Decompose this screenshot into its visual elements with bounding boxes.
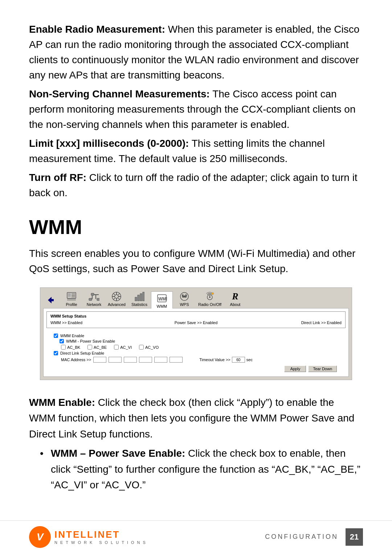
mac-field-1[interactable] <box>93 357 106 363</box>
tab-radio[interactable]: Radio On/Off <box>196 290 224 308</box>
statistics-icon <box>134 291 145 302</box>
ac-options-row: AC_BK AC_BE AC_VI AC_VO <box>61 345 338 350</box>
tab-statistics[interactable]: Statistics <box>128 290 150 308</box>
wmm-status-group: WMM Setup Status WMM >> Enabled Power Sa… <box>46 311 346 328</box>
wmm-enable-label: WMM Enable <box>60 334 84 338</box>
timeout-label: Timeout Value >> <box>199 358 230 362</box>
logo-v-letter: V <box>37 531 44 543</box>
svg-rect-13 <box>89 298 92 300</box>
svg-point-33 <box>183 295 185 298</box>
ac-vo-item: AC_VO <box>139 345 159 350</box>
options-section: WMM Enable WMM - Power Save Enable AC_BK… <box>46 331 346 374</box>
network-icon <box>88 291 100 302</box>
wmm-description: This screen enables you to configure WMM… <box>29 246 363 276</box>
svg-rect-3 <box>68 293 71 297</box>
term-non-serving: Non-Serving Channel Measurements: <box>29 88 210 100</box>
footer-logo: V INTELLINET NETWORK SOLUTIONS <box>29 526 148 548</box>
svg-rect-29 <box>143 292 144 301</box>
wmm-enable-row: WMM Enable <box>54 334 338 338</box>
apply-button[interactable]: Apply <box>284 366 306 372</box>
page-number: 21 <box>346 528 363 546</box>
wmm-enable-section: WMM Enable: Click the check box (then cl… <box>29 395 363 442</box>
svg-line-24 <box>118 293 120 295</box>
wmm-enable-heading: WMM Enable: <box>29 397 95 408</box>
mac-field-6[interactable] <box>170 357 183 363</box>
tab-wps[interactable]: WPS <box>173 290 195 308</box>
direct-link-checkbox[interactable] <box>54 351 58 355</box>
status-group-title: WMM Setup Status <box>50 314 342 318</box>
svg-line-25 <box>113 298 115 300</box>
tear-down-button[interactable]: Tear Down <box>308 366 337 372</box>
back-button[interactable] <box>44 294 57 307</box>
toolbar: Profile Network <box>40 288 352 308</box>
advanced-label: Advanced <box>108 302 126 307</box>
wmm-heading: WMM <box>29 215 363 239</box>
ac-bk-label: AC_BK <box>67 345 80 350</box>
bullet-power-save: WMM – Power Save Enable: Click the check… <box>51 445 363 493</box>
svg-rect-28 <box>140 294 142 301</box>
tab-wmm[interactable]: WMM WMM <box>151 291 173 308</box>
term-enable-radio: Enable Radio Measurement: <box>29 24 165 35</box>
mac-field-5[interactable] <box>154 357 167 363</box>
term-turn-off: Turn off RF: <box>29 172 86 183</box>
wmm-power-save-label: WMM - Power Save Enable <box>66 339 115 343</box>
mac-address-row: MAC Address >> Timeout Value >> sec <box>61 357 338 363</box>
status-row: WMM >> Enabled Power Save >> Enabled Dir… <box>50 320 342 326</box>
svg-line-22 <box>113 293 115 295</box>
profile-label: Profile <box>66 302 77 307</box>
wmm-icon: WMM <box>156 293 168 303</box>
svg-rect-1 <box>51 299 54 301</box>
radio-label: Radio On/Off <box>198 302 221 307</box>
mac-field-4[interactable] <box>139 357 152 363</box>
statistics-label: Statistics <box>131 302 147 307</box>
svg-rect-15 <box>91 293 94 295</box>
status-direct: Direct Link >> Enabled <box>245 320 342 325</box>
about-icon: R <box>229 291 241 302</box>
logo-text-block: INTELLINET NETWORK SOLUTIONS <box>54 529 148 545</box>
config-label: CONFIGURATION <box>265 533 338 541</box>
direct-link-label: Direct Link Setup Enable <box>60 351 104 355</box>
button-row: Apply Tear Down <box>54 366 338 372</box>
brand-sub: NETWORK SOLUTIONS <box>54 540 148 545</box>
ac-be-label: AC_BE <box>94 345 107 350</box>
wmm-enable-checkbox[interactable] <box>54 334 58 338</box>
profile-icon <box>66 291 77 302</box>
wps-label: WPS <box>180 302 189 307</box>
wmm-power-save-row: WMM - Power Save Enable <box>60 339 338 343</box>
ac-vo-checkbox[interactable] <box>139 345 144 350</box>
ac-be-checkbox[interactable] <box>87 345 92 350</box>
tab-network[interactable]: Network <box>83 290 105 308</box>
svg-text:WMM: WMM <box>158 296 167 302</box>
tab-advanced[interactable]: Advanced <box>106 290 128 308</box>
mac-field-3[interactable] <box>124 357 137 363</box>
network-label: Network <box>87 302 101 307</box>
direct-link-row: Direct Link Setup Enable <box>54 351 338 355</box>
ac-bk-checkbox[interactable] <box>61 345 66 350</box>
ui-screenshot-box: Profile Network <box>40 287 352 380</box>
svg-point-36 <box>212 292 214 295</box>
wps-icon <box>179 291 190 302</box>
bullet-heading: WMM – Power Save Enable: <box>51 448 185 459</box>
wmm-label: WMM <box>157 304 167 308</box>
term-limit: Limit [xxx] milliseconds (0-2000): <box>29 138 189 149</box>
svg-rect-26 <box>135 297 137 301</box>
wmm-power-save-checkbox[interactable] <box>60 339 64 343</box>
footer: V INTELLINET NETWORK SOLUTIONS CONFIGURA… <box>0 520 392 553</box>
ui-content-area: WMM Setup Status WMM >> Enabled Power Sa… <box>43 308 349 377</box>
svg-rect-27 <box>138 295 139 301</box>
timeout-unit: sec <box>246 358 253 362</box>
status-wmm: WMM >> Enabled <box>50 320 147 325</box>
timeout-group: Timeout Value >> sec <box>199 357 253 363</box>
mac-field-2[interactable] <box>109 357 122 363</box>
footer-right: CONFIGURATION 21 <box>265 528 363 546</box>
ac-vo-label: AC_VO <box>145 345 159 350</box>
ac-vi-checkbox[interactable] <box>114 345 119 350</box>
svg-rect-14 <box>97 298 99 300</box>
brand-name: INTELLINET <box>54 529 148 540</box>
timeout-input[interactable] <box>232 357 245 363</box>
svg-point-17 <box>115 295 118 298</box>
tab-profile[interactable]: Profile <box>61 290 82 308</box>
svg-line-23 <box>118 298 120 300</box>
tab-about[interactable]: R About <box>224 290 246 308</box>
ac-vi-item: AC_VI <box>114 345 132 350</box>
